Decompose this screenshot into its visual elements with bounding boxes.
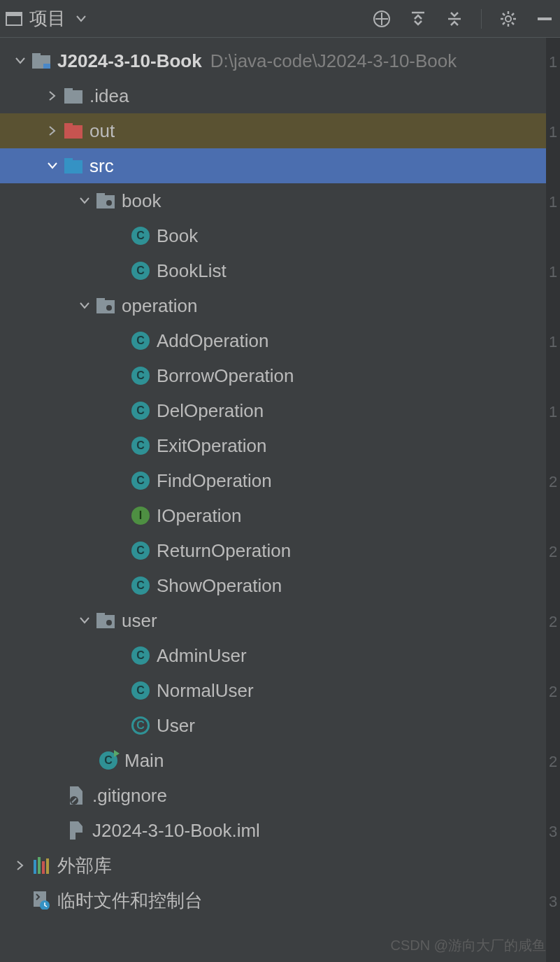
tree-item-borrowop[interactable]: C BorrowOperation (0, 358, 560, 393)
svg-rect-21 (64, 88, 73, 92)
chevron-down-icon[interactable] (74, 617, 95, 624)
hide-icon[interactable] (535, 9, 554, 29)
chevron-down-icon[interactable] (10, 57, 31, 64)
class-icon: C (130, 575, 151, 596)
interface-icon: I (130, 505, 151, 526)
tree-item-user-pkg[interactable]: user (0, 603, 560, 638)
svg-rect-39 (38, 857, 41, 874)
tree-item-user-class[interactable]: C User (0, 708, 560, 743)
svg-point-7 (505, 16, 511, 22)
project-tree[interactable]: J2024-3-10-Book D:\java-code\J2024-3-10-… (0, 38, 560, 962)
runnable-class-icon: C (98, 750, 119, 771)
tree-item-booklist[interactable]: C BookList (0, 253, 560, 288)
svg-rect-41 (46, 858, 49, 874)
item-label: AdminUser (157, 645, 247, 667)
chevron-right-icon[interactable] (42, 126, 63, 136)
gear-icon[interactable] (498, 9, 518, 29)
svg-rect-27 (96, 193, 105, 197)
item-label: .idea (89, 85, 129, 107)
svg-point-34 (106, 620, 112, 625)
class-icon: C (130, 225, 151, 246)
item-label: BorrowOperation (157, 365, 294, 387)
tree-item-idea[interactable]: .idea (0, 78, 560, 113)
tree-item-delop[interactable]: C DelOperation (0, 393, 560, 428)
svg-line-13 (512, 22, 514, 24)
svg-rect-25 (64, 158, 73, 162)
item-label: user (122, 610, 157, 632)
tree-item-normaluser[interactable]: C NormalUser (0, 673, 560, 708)
item-label: book (122, 190, 161, 212)
item-label: 外部库 (57, 854, 112, 878)
tree-item-gitignore[interactable]: .gitignore (0, 778, 560, 813)
item-label: .gitignore (92, 785, 167, 807)
package-icon (95, 610, 116, 631)
class-icon: C (130, 645, 151, 666)
root-path: D:\java-code\J2024-3-10-Book (210, 50, 457, 72)
watermark: CSDN @游向大厂的咸鱼 (390, 936, 546, 955)
iml-file-icon (66, 820, 87, 841)
chevron-right-icon[interactable] (42, 91, 63, 101)
svg-line-12 (503, 13, 505, 15)
package-icon (95, 295, 116, 316)
class-icon: C (130, 365, 151, 386)
select-opened-file-icon[interactable] (372, 9, 392, 29)
item-label: 临时文件和控制台 (57, 889, 203, 913)
item-label: NormalUser (157, 680, 254, 702)
class-icon: C (130, 540, 151, 561)
svg-rect-23 (64, 123, 73, 127)
item-label: Book (157, 225, 198, 247)
tree-item-external-libs[interactable]: 外部库 (0, 848, 560, 883)
svg-line-15 (512, 13, 514, 15)
tree-item-src[interactable]: src (0, 148, 560, 183)
file-icon (66, 785, 87, 806)
toolbar-left: 项目 (6, 6, 89, 31)
tree-item-iop[interactable]: I IOperation (0, 498, 560, 533)
project-toolbar: 项目 (0, 0, 560, 38)
tree-item-out[interactable]: out (0, 113, 560, 148)
folder-icon (63, 85, 84, 106)
tree-item-book-pkg[interactable]: book (0, 183, 560, 218)
tree-item-scratches[interactable]: 临时文件和控制台 (0, 883, 560, 918)
item-label: IOperation (157, 505, 241, 527)
svg-rect-19 (43, 64, 50, 69)
scratches-icon (31, 890, 52, 911)
tree-item-findop[interactable]: C FindOperation (0, 463, 560, 498)
item-label: operation (122, 295, 197, 317)
chevron-right-icon[interactable] (10, 861, 31, 870)
package-icon (95, 190, 116, 211)
svg-rect-37 (76, 833, 82, 840)
svg-rect-30 (96, 298, 105, 302)
class-icon: C (130, 400, 151, 421)
svg-line-14 (503, 22, 505, 24)
item-label: FindOperation (157, 470, 272, 492)
expand-all-icon[interactable] (408, 9, 428, 29)
svg-rect-16 (538, 17, 552, 20)
item-label: J2024-3-10-Book.iml (92, 820, 260, 842)
excluded-folder-icon (63, 120, 84, 141)
collapse-all-icon[interactable] (445, 9, 464, 29)
tree-item-addop[interactable]: C AddOperation (0, 323, 560, 358)
svg-rect-38 (34, 860, 36, 874)
chevron-down-icon[interactable] (42, 162, 63, 169)
item-label: ShowOperation (157, 575, 282, 597)
tree-item-showop[interactable]: C ShowOperation (0, 568, 560, 603)
abstract-class-icon: C (130, 715, 151, 736)
tree-item-adminuser[interactable]: C AdminUser (0, 638, 560, 673)
item-label: out (89, 120, 115, 142)
tree-root[interactable]: J2024-3-10-Book D:\java-code\J2024-3-10-… (0, 43, 560, 78)
module-icon (31, 50, 52, 71)
tree-item-main[interactable]: C Main (0, 743, 560, 778)
chevron-down-icon[interactable] (74, 197, 95, 204)
class-icon: C (130, 330, 151, 351)
toolbar-title: 项目 (29, 6, 66, 31)
item-label: DelOperation (157, 400, 264, 422)
svg-rect-33 (96, 613, 105, 617)
tree-item-operation-pkg[interactable]: operation (0, 288, 560, 323)
tree-item-iml[interactable]: J2024-3-10-Book.iml (0, 813, 560, 848)
dropdown-chevron-icon[interactable] (73, 10, 89, 27)
source-folder-icon (63, 155, 84, 176)
chevron-down-icon[interactable] (74, 302, 95, 309)
tree-item-returnop[interactable]: C ReturnOperation (0, 533, 560, 568)
tree-item-book[interactable]: C Book (0, 218, 560, 253)
tree-item-exitop[interactable]: C ExitOperation (0, 428, 560, 463)
